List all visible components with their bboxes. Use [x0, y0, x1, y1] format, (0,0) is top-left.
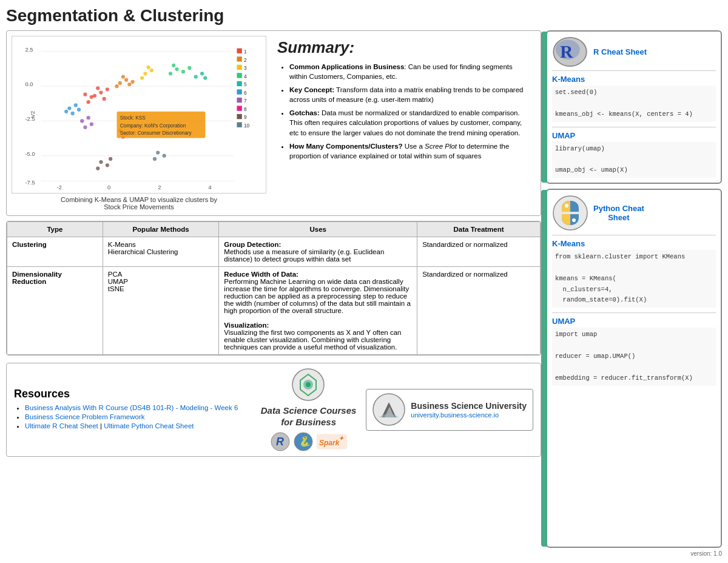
- svg-point-33: [147, 66, 150, 69]
- bsu-name: Business Science University: [411, 400, 527, 411]
- right-panel: R R Cheat Sheet K-Means set.seed(0) kmea…: [546, 30, 722, 548]
- svg-point-54: [99, 160, 103, 164]
- r-cheat-header: R R Cheat Sheet: [552, 36, 716, 67]
- svg-rect-65: [237, 49, 241, 53]
- svg-text:2: 2: [158, 184, 161, 190]
- r-umap-code: library(umap) umap_obj <- umap(X): [552, 142, 716, 178]
- cluster-chart: 2.5 0.0 -2.5 -5.0 -7.5 -2 0 2 4 V2 V1: [15, 39, 263, 190]
- r-cheat-panel: R R Cheat Sheet K-Means set.seed(0) kmea…: [546, 30, 722, 184]
- svg-rect-81: [237, 114, 241, 119]
- r-cheat-link[interactable]: R Cheat Sheet: [593, 47, 647, 56]
- chart-box: 2.5 0.0 -2.5 -5.0 -7.5 -2 0 2 4 V2 V1: [12, 36, 266, 194]
- col-methods: Popular Methods: [103, 222, 219, 237]
- svg-text:-7.5: -7.5: [25, 180, 35, 186]
- svg-text:V2: V2: [30, 111, 36, 118]
- summary-title: Summary:: [277, 38, 531, 57]
- svg-text:0.0: 0.0: [25, 81, 33, 87]
- type-cell: Dimensionality Reduction: [7, 267, 103, 355]
- summary-section: Summary: Common Applications in Business…: [272, 36, 536, 211]
- svg-point-25: [124, 78, 128, 82]
- top-section: 2.5 0.0 -2.5 -5.0 -7.5 -2 0 2 4 V2 V1: [6, 30, 541, 216]
- r-umap-title[interactable]: UMAP: [552, 131, 716, 140]
- r-logo-small: R: [271, 432, 290, 451]
- python-cheat-header: Python CheatSheet: [552, 195, 716, 231]
- resources-logos: R 🐍 Spark ✦: [261, 432, 357, 451]
- python-logo-small: 🐍: [294, 432, 313, 451]
- svg-point-50: [83, 126, 87, 129]
- resource-link-1[interactable]: Business Analysis With R Course (DS4B 10…: [25, 404, 238, 411]
- svg-point-57: [109, 157, 112, 161]
- svg-point-32: [140, 76, 144, 79]
- svg-text:4: 4: [244, 73, 247, 79]
- svg-text:6: 6: [244, 90, 247, 96]
- r-kmeans-code: set.seed(0) kmeans_obj <- kmeans(X, cent…: [552, 86, 716, 122]
- bsu-url[interactable]: university.business-science.io: [411, 411, 527, 419]
- svg-text:Sector: Consumer Discretionary: Sector: Consumer Discretionary: [120, 130, 192, 136]
- bsu-block: Business Science University university.b…: [366, 389, 533, 431]
- list-item: Business Analysis With R Course (DS4B 10…: [25, 404, 251, 411]
- svg-point-20: [90, 95, 93, 99]
- chart-area: 2.5 0.0 -2.5 -5.0 -7.5 -2 0 2 4 V2 V1: [12, 36, 266, 211]
- svg-point-17: [99, 90, 103, 94]
- svg-point-35: [175, 67, 178, 71]
- svg-text:4: 4: [209, 184, 212, 190]
- list-item: How Many Components/Clusters? Use a Scre…: [289, 141, 531, 161]
- svg-rect-77: [237, 98, 241, 103]
- svg-rect-73: [237, 81, 241, 86]
- svg-point-19: [96, 86, 99, 90]
- data-table: Type Popular Methods Uses Data Treatment…: [7, 221, 541, 355]
- spark-logo: Spark ✦: [317, 432, 347, 451]
- svg-point-49: [90, 123, 93, 126]
- r-logo-icon: R: [552, 36, 588, 67]
- divider: [552, 70, 716, 71]
- teal-bar-2: [541, 190, 547, 547]
- resource-link-2[interactable]: Business Science Problem Framework: [25, 413, 145, 420]
- svg-point-102: [565, 204, 568, 207]
- svg-point-41: [203, 76, 207, 79]
- svg-point-22: [106, 87, 109, 91]
- resource-link-3[interactable]: Ultimate R Cheat Sheet: [25, 422, 98, 430]
- col-type: Type: [7, 222, 103, 237]
- python-umap-title[interactable]: UMAP: [552, 317, 716, 326]
- svg-point-87: [306, 382, 311, 387]
- table-section: Type Popular Methods Uses Data Treatment…: [6, 221, 541, 356]
- resources-left: Resources Business Analysis With R Cours…: [14, 388, 251, 431]
- svg-rect-83: [237, 123, 241, 127]
- r-kmeans-title[interactable]: K-Means: [552, 75, 716, 84]
- methods-cell: K-MeansHierarchical Clustering: [103, 237, 219, 267]
- svg-text:1: 1: [244, 49, 247, 55]
- summary-list: Common Applications in Business: Can be …: [277, 62, 531, 161]
- ds-logo-icon: [292, 368, 325, 402]
- treatment-cell: Standardized or normalized: [417, 237, 541, 267]
- python-logo-icon: [552, 195, 588, 231]
- main-content: 2.5 0.0 -2.5 -5.0 -7.5 -2 0 2 4 V2 V1: [6, 30, 722, 548]
- ds-courses-text: Data Science Coursesfor Business: [261, 405, 357, 428]
- teal-bar: [541, 32, 547, 183]
- svg-text:5: 5: [244, 81, 247, 87]
- svg-rect-67: [237, 56, 241, 61]
- svg-point-21: [103, 97, 106, 101]
- svg-point-39: [194, 75, 198, 78]
- type-cell: Clustering: [7, 237, 103, 267]
- svg-point-58: [156, 150, 160, 154]
- svg-point-18: [87, 100, 90, 104]
- resource-link-4[interactable]: Ultimate Python Cheat Sheet: [104, 422, 194, 430]
- svg-point-43: [74, 103, 78, 107]
- svg-text:R: R: [276, 436, 284, 448]
- python-cheat-link[interactable]: Python CheatSheet: [593, 204, 644, 222]
- svg-text:-2: -2: [57, 184, 62, 190]
- uses-cell: Reduce Width of Data: Performing Machine…: [219, 267, 417, 355]
- version-label: version: 1.0: [6, 550, 722, 557]
- table-row: Dimensionality Reduction PCAUMAPtSNE Red…: [7, 267, 541, 355]
- list-item: Key Concept: Transform data into a matri…: [289, 85, 531, 104]
- python-kmeans-title[interactable]: K-Means: [552, 239, 716, 248]
- svg-rect-75: [237, 89, 241, 94]
- svg-rect-79: [237, 106, 241, 110]
- svg-point-36: [181, 70, 185, 73]
- svg-point-47: [80, 119, 84, 123]
- methods-cell: PCAUMAPtSNE: [103, 267, 219, 355]
- resources-center: Data Science Coursesfor Business R 🐍: [261, 368, 357, 451]
- svg-point-24: [118, 81, 122, 85]
- svg-point-31: [150, 69, 153, 72]
- page: Segmentation & Clustering 2.5 0.0 -2.5 -…: [0, 0, 728, 563]
